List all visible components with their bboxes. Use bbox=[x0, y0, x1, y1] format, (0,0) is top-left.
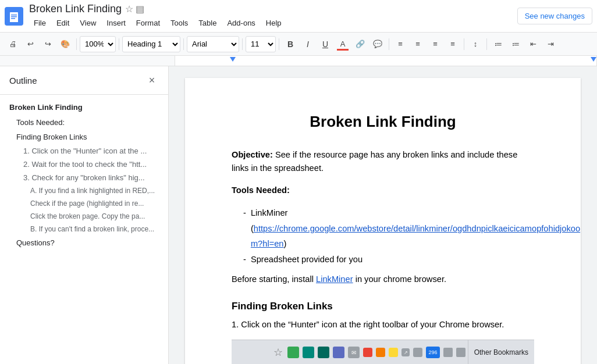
separator-8 bbox=[486, 38, 487, 50]
outline-item-tools-needed[interactable]: Tools Needed: bbox=[0, 115, 168, 130]
star-icon[interactable]: ☆ bbox=[125, 3, 133, 15]
align-center-button[interactable]: ≡ bbox=[410, 36, 426, 52]
separator-5 bbox=[279, 38, 279, 50]
menu-bar: File Edit View Insert Format Tools Table… bbox=[29, 16, 517, 30]
outline-item-step3a[interactable]: A. If you find a link highlighted in RED… bbox=[0, 184, 168, 197]
menu-file[interactable]: File bbox=[29, 16, 51, 30]
svg-rect-3 bbox=[11, 16, 17, 17]
close-outline-button[interactable]: × bbox=[145, 73, 159, 87]
italic-button[interactable]: I bbox=[300, 36, 316, 52]
undo-button[interactable]: ↩ bbox=[22, 36, 38, 52]
menu-insert[interactable]: Insert bbox=[102, 16, 130, 30]
extension-icon-10[interactable] bbox=[413, 348, 422, 357]
outline-item-step3b[interactable]: B. If you can't find a broken link, proc… bbox=[0, 223, 168, 235]
extension-icon-7[interactable] bbox=[376, 348, 385, 357]
main-area: Outline × Broken Link Finding Tools Need… bbox=[0, 66, 597, 364]
ruler bbox=[0, 56, 597, 66]
toolbar: 🖨 ↩ ↪ 🎨 100% 75% 125% Heading 1 Normal t… bbox=[0, 33, 597, 56]
document-title[interactable]: Broken Link Finding bbox=[29, 3, 122, 15]
doc-title-area: Broken Link Finding ☆ ▤ File Edit View I… bbox=[29, 3, 517, 30]
menu-format[interactable]: Format bbox=[132, 16, 165, 30]
menu-table[interactable]: Table bbox=[194, 16, 221, 30]
link-counter-icon[interactable]: 296 bbox=[426, 347, 440, 358]
other-bookmarks-label: Other Bookmarks bbox=[474, 348, 528, 356]
extension-icon-8[interactable] bbox=[389, 348, 398, 357]
style-select[interactable]: Heading 1 Normal text Heading 2 Heading … bbox=[122, 36, 180, 52]
see-new-changes-button[interactable]: See new changes bbox=[517, 8, 592, 24]
separator-7 bbox=[464, 38, 464, 50]
separator-3 bbox=[183, 38, 184, 50]
title-icons: ☆ ▤ bbox=[125, 3, 144, 15]
line-spacing-button[interactable]: ↕ bbox=[467, 36, 484, 52]
linkminer-name: LinkMiner bbox=[251, 208, 288, 217]
extension-icon-12[interactable] bbox=[456, 348, 465, 357]
outline-item-questions[interactable]: Questions? bbox=[0, 235, 168, 250]
menu-edit[interactable]: Edit bbox=[52, 16, 74, 30]
font-select[interactable]: Arial Times New Roman bbox=[187, 36, 239, 52]
outline-item-step2[interactable]: 2. Wait for the tool to check the "htt..… bbox=[0, 158, 168, 171]
outline-content: Broken Link Finding Tools Needed: Findin… bbox=[0, 95, 168, 255]
objective-label: Objective: bbox=[232, 150, 273, 159]
decrease-indent-button[interactable]: ⇤ bbox=[525, 36, 541, 52]
objective-paragraph: Objective: See if the resource page has … bbox=[232, 148, 534, 176]
browser-toolbar-preview: ☆ ✉ ↗ 296 ⋮ bbox=[232, 340, 534, 364]
menu-help[interactable]: Help bbox=[261, 16, 286, 30]
linkminer-inline-link[interactable]: LinkMiner bbox=[316, 274, 353, 284]
extension-icon-3[interactable] bbox=[318, 347, 329, 358]
bulleted-list-button[interactable]: ≔ bbox=[507, 36, 524, 52]
menu-addons[interactable]: Add-ons bbox=[222, 16, 260, 30]
top-bar: Broken Link Finding ☆ ▤ File Edit View I… bbox=[0, 0, 597, 33]
bookmark-star-icon[interactable]: ☆ bbox=[272, 347, 284, 358]
document-heading: Broken Link Finding bbox=[232, 113, 534, 131]
comment-button[interactable]: 💬 bbox=[369, 36, 386, 52]
menu-tools[interactable]: Tools bbox=[166, 16, 193, 30]
tools-needed-heading: Tools Needed: bbox=[232, 185, 290, 195]
outline-item-finding-broken-links[interactable]: Finding Broken Links bbox=[0, 130, 168, 144]
extension-icon-9[interactable]: ↗ bbox=[401, 348, 410, 356]
dash-2: - bbox=[243, 252, 246, 267]
extension-icon-11[interactable] bbox=[443, 348, 453, 357]
extension-icon-1[interactable] bbox=[287, 347, 299, 358]
align-right-button[interactable]: ≡ bbox=[427, 36, 443, 52]
outline-item-h1-broken-link-finding[interactable]: Broken Link Finding bbox=[0, 99, 168, 115]
redo-button[interactable]: ↪ bbox=[40, 36, 56, 52]
ruler-inner bbox=[175, 56, 597, 66]
svg-rect-4 bbox=[11, 18, 15, 19]
outline-item-step3a-check[interactable]: Check if the page (highlighted in re... bbox=[0, 197, 168, 210]
extension-icon-2[interactable] bbox=[303, 347, 314, 358]
extension-icon-5[interactable]: ✉ bbox=[348, 347, 360, 358]
extension-icon-4[interactable] bbox=[333, 347, 344, 358]
link-button[interactable]: 🔗 bbox=[352, 36, 368, 52]
linkminer-paren-close: ) bbox=[284, 239, 287, 248]
ruler-left-indent[interactable] bbox=[230, 57, 236, 62]
paint-format-button[interactable]: 🎨 bbox=[57, 36, 73, 52]
extension-icon-6[interactable] bbox=[363, 348, 372, 357]
browser-bar-inner: ☆ ✉ ↗ 296 ⋮ bbox=[266, 347, 499, 358]
separator-6 bbox=[389, 38, 389, 50]
outline-item-step3[interactable]: 3. Check for any "broken links" hig... bbox=[0, 171, 168, 184]
separator-1 bbox=[76, 38, 77, 50]
before-text-1: Before starting, install bbox=[232, 274, 316, 284]
align-justify-button[interactable]: ≡ bbox=[445, 36, 461, 52]
ruler-right-indent[interactable] bbox=[591, 57, 596, 62]
increase-indent-button[interactable]: ⇥ bbox=[542, 36, 559, 52]
print-button[interactable]: 🖨 bbox=[5, 36, 21, 52]
folder-icon[interactable]: ▤ bbox=[136, 3, 144, 15]
outline-title: Outline bbox=[9, 76, 37, 85]
spreadsheet-text: Spreadsheet provided for you bbox=[251, 252, 363, 267]
font-size-select[interactable]: 11 12 14 bbox=[246, 36, 276, 52]
document-area: Broken Link Finding Objective: See if th… bbox=[169, 66, 597, 364]
zoom-select[interactable]: 100% 75% 125% bbox=[80, 36, 116, 52]
align-left-button[interactable]: ≡ bbox=[392, 36, 408, 52]
google-docs-logo bbox=[5, 7, 23, 26]
font-color-button[interactable]: A bbox=[335, 36, 351, 52]
outline-item-step1[interactable]: 1. Click on the "Hunter" icon at the ... bbox=[0, 144, 168, 158]
sidebar-header: Outline × bbox=[0, 66, 168, 95]
bold-button[interactable]: B bbox=[282, 36, 298, 52]
linkminer-url[interactable]: https://chrome.google.com/webstore/detai… bbox=[251, 224, 580, 248]
menu-view[interactable]: View bbox=[75, 16, 101, 30]
tools-list: - LinkMiner (https://chrome.google.com/w… bbox=[243, 205, 534, 267]
underline-button[interactable]: U bbox=[317, 36, 333, 52]
numbered-list-button[interactable]: ≔ bbox=[490, 36, 506, 52]
outline-item-step3a-click[interactable]: Click the broken page. Copy the pa... bbox=[0, 210, 168, 223]
